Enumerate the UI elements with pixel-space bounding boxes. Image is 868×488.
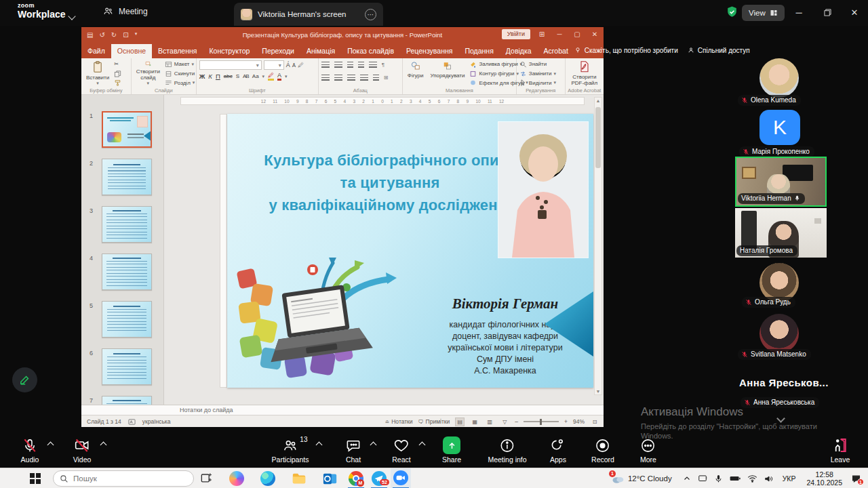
new-slide-button[interactable]: Створити слайд ▾ xyxy=(134,60,162,87)
tab-shared-screen[interactable]: Viktoriia Herman's screen ⋯ xyxy=(234,3,383,26)
text-direction-icon[interactable]: ¶ xyxy=(382,62,384,68)
slide-thumbnail[interactable]: 7 xyxy=(81,396,164,405)
video-button[interactable]: Video xyxy=(73,437,92,468)
horizontal-ruler[interactable]: 12 11 10 9 8 7 6 5 4 3 2 1 0 1 2 3 4 5 6… xyxy=(180,97,585,105)
font-color-button[interactable]: А xyxy=(277,72,281,81)
apps-button[interactable]: Apps xyxy=(550,437,566,468)
slide-thumbnail-panel[interactable]: 1 2 3 xyxy=(81,95,164,405)
tab-animations[interactable]: Анімація xyxy=(300,44,341,58)
arrange-button[interactable]: Упорядкувати xyxy=(428,60,467,87)
section-button[interactable]: Розділ▾ xyxy=(165,79,195,87)
increase-indent-button[interactable] xyxy=(358,62,364,68)
participant-avatar-olena[interactable] xyxy=(760,58,799,98)
tab-slideshow[interactable]: Показ слайдів xyxy=(341,44,400,58)
normal-view-button[interactable]: ▤ xyxy=(455,418,465,426)
tab-view[interactable]: Подання xyxy=(458,44,499,58)
thumbnail-4[interactable] xyxy=(102,253,152,290)
ribbon-display-options-button[interactable]: ⊞ xyxy=(533,27,551,42)
thumbnail-7[interactable] xyxy=(102,396,152,405)
reset-button[interactable]: Скинути xyxy=(165,70,195,78)
tray-wifi-icon[interactable] xyxy=(747,474,757,483)
tell-me-box[interactable]: Скажіть, що потрібно зробити xyxy=(574,47,678,54)
cut-button[interactable]: ✂ xyxy=(114,60,121,68)
tab-home[interactable]: Основне xyxy=(111,44,152,58)
outlook-icon[interactable] xyxy=(323,471,338,486)
tab-meeting[interactable]: Meeting xyxy=(103,6,148,16)
participant-avatar-svitlana[interactable] xyxy=(760,314,799,353)
telegram-icon[interactable]: 52 xyxy=(372,471,387,486)
ppt-restore-button[interactable]: ▢ xyxy=(568,27,586,42)
save-icon[interactable]: ▤ xyxy=(87,31,93,39)
meeting-info-button[interactable]: Meeting info xyxy=(488,437,526,468)
language-status[interactable]: українська xyxy=(142,418,171,425)
react-chevron-icon[interactable] xyxy=(419,441,426,447)
more-button[interactable]: More xyxy=(640,437,656,468)
tab-review[interactable]: Рецензування xyxy=(400,44,458,58)
notification-center-icon[interactable]: 1 xyxy=(851,474,861,484)
undo-icon[interactable]: ↺ xyxy=(99,31,104,39)
workspace-chevron-icon[interactable] xyxy=(69,9,75,22)
justify-button[interactable] xyxy=(360,75,368,81)
copy-button[interactable] xyxy=(114,70,121,78)
italic-button[interactable]: К xyxy=(208,73,212,80)
reading-view-button[interactable]: ▥ xyxy=(485,418,494,426)
character-spacing-button[interactable]: АВ xyxy=(243,73,249,79)
video-options-chevron-icon[interactable] xyxy=(100,441,107,447)
tray-volume-icon[interactable] xyxy=(764,474,774,483)
slideshow-view-button[interactable]: ▽ xyxy=(500,418,509,426)
participants-button[interactable]: 13 Participants xyxy=(272,437,309,468)
paste-button[interactable]: Вставити ▾ xyxy=(84,60,111,87)
participant-video-natalia[interactable]: Наталія Громова xyxy=(735,208,827,258)
thumbnail-5[interactable] xyxy=(102,301,152,338)
highlight-color-button[interactable]: 🖉 xyxy=(268,72,274,81)
font-size-combobox[interactable]: ▾ xyxy=(264,60,284,70)
zoom-slider[interactable] xyxy=(524,421,559,422)
file-explorer-icon[interactable] xyxy=(292,471,307,486)
window-restore-button[interactable] xyxy=(814,0,841,24)
tray-battery-icon[interactable] xyxy=(730,474,741,483)
tab-help[interactable]: Довідка xyxy=(500,44,538,58)
taskbar-search-box[interactable] xyxy=(53,470,194,487)
audio-options-chevron-icon[interactable] xyxy=(47,441,54,447)
start-slideshow-icon[interactable]: ⊡ xyxy=(123,31,128,39)
keyboard-language[interactable]: УКР xyxy=(783,474,796,483)
underline-button[interactable]: П xyxy=(216,73,220,80)
record-button[interactable]: Record xyxy=(591,437,614,468)
participants-chevron-icon[interactable] xyxy=(316,441,323,447)
align-right-button[interactable] xyxy=(347,75,355,81)
tab-options-icon[interactable]: ⋯ xyxy=(365,9,376,20)
tray-cast-icon[interactable] xyxy=(698,474,707,483)
decrease-indent-button[interactable] xyxy=(347,62,353,68)
create-pdf-button[interactable]: Створити PDF-файл xyxy=(568,60,601,87)
change-case-button[interactable]: Аа xyxy=(252,73,259,79)
columns-button[interactable] xyxy=(373,75,379,81)
share-button[interactable]: Share xyxy=(442,437,461,468)
window-minimize-button[interactable]: ─ xyxy=(785,0,812,24)
bullets-button[interactable] xyxy=(321,62,330,68)
task-view-icon[interactable] xyxy=(199,471,214,486)
fit-slide-button[interactable]: ⊡ xyxy=(590,418,599,426)
find-button[interactable]: Знайти xyxy=(519,60,556,68)
participant-display-name[interactable]: Анна Яреськов... xyxy=(739,377,829,388)
edge-icon[interactable] xyxy=(260,471,275,486)
clear-formatting-icon[interactable]: 🖉 xyxy=(298,62,304,68)
tab-file[interactable]: Файл xyxy=(81,44,111,58)
slide-thumbnail[interactable]: 6 xyxy=(81,348,164,394)
tab-transitions[interactable]: Переходи xyxy=(256,44,300,58)
tab-design[interactable]: Конструктор xyxy=(203,44,256,58)
scroll-down-icon[interactable]: ▼ xyxy=(595,389,601,394)
slide-sorter-view-button[interactable]: ▦ xyxy=(470,418,479,426)
slide-thumbnail[interactable]: 1 xyxy=(81,111,164,157)
zoom-in-button[interactable]: + xyxy=(564,418,568,425)
chat-button[interactable]: Chat xyxy=(346,437,361,468)
participant-video-viktoriia[interactable]: Viktoriia Herman xyxy=(735,157,827,207)
slide-thumbnail[interactable]: 3 xyxy=(81,206,164,252)
scroll-up-icon[interactable]: ▲ xyxy=(595,98,601,103)
slide-1[interactable]: Культура бібліографічного опису та цитув… xyxy=(227,114,593,388)
tab-acrobat[interactable]: Acrobat xyxy=(538,44,574,58)
slide-title[interactable]: Культура бібліографічного опису та цитув… xyxy=(241,149,539,216)
align-left-button[interactable] xyxy=(321,75,330,81)
format-painter-button[interactable] xyxy=(114,79,121,87)
comments-toggle[interactable]: 🗨Примітки xyxy=(418,418,450,425)
shapes-button[interactable]: Фігури xyxy=(406,60,426,87)
